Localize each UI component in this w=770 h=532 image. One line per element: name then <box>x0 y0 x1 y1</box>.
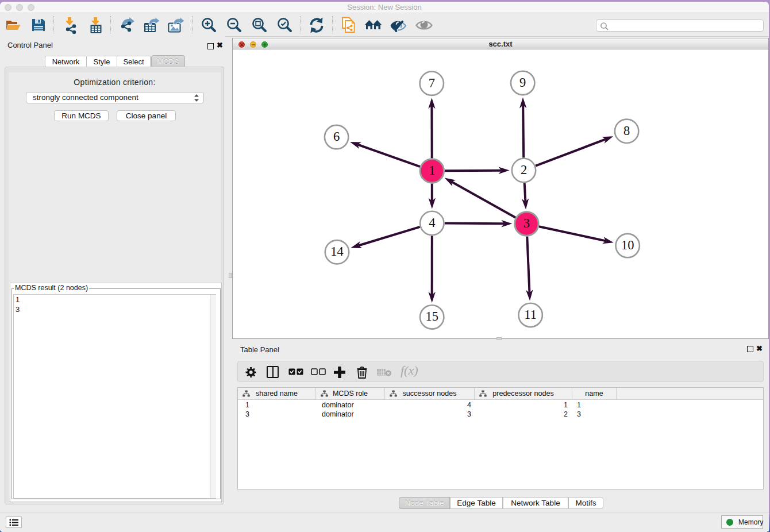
svg-text:9: 9 <box>519 75 526 90</box>
svg-text:7: 7 <box>429 76 435 90</box>
svg-text:2: 2 <box>521 163 527 177</box>
svg-text:15: 15 <box>425 309 438 323</box>
svg-text:1: 1 <box>429 163 435 178</box>
svg-text:14: 14 <box>330 244 344 259</box>
svg-text:11: 11 <box>524 307 537 322</box>
svg-text:6: 6 <box>333 129 340 144</box>
svg-text:10: 10 <box>621 238 634 252</box>
svg-text:4: 4 <box>429 215 435 230</box>
svg-text:8: 8 <box>623 124 630 138</box>
svg-text:3: 3 <box>523 216 530 230</box>
